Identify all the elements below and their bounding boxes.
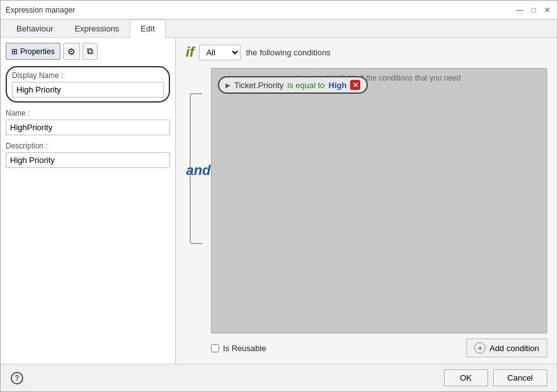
conditions-area: Insert in this field all the conditions …	[211, 68, 547, 333]
maximize-button[interactable]: □	[528, 5, 538, 15]
copy-button[interactable]: ⧉	[83, 43, 98, 60]
following-text: the following conditions	[246, 48, 330, 57]
titlebar: Expression manager — □ ✕	[1, 1, 557, 20]
condition-row: ▶ Ticket.Priority is equal to High ✕	[218, 76, 368, 94]
left-panel: ⊞ Properties ⚙ ⧉ Display Name : Name : D…	[1, 38, 176, 364]
add-condition-button[interactable]: + Add condition	[466, 339, 547, 357]
name-input[interactable]	[6, 120, 170, 135]
display-name-input[interactable]	[12, 82, 164, 98]
titlebar-controls: — □ ✕	[515, 5, 552, 15]
display-name-group: Display Name :	[6, 66, 170, 103]
properties-label: Properties	[20, 47, 55, 56]
add-condition-label: Add condition	[489, 344, 539, 353]
tab-expressions[interactable]: Expressions	[64, 20, 130, 37]
display-name-label: Display Name :	[12, 71, 164, 80]
cancel-button[interactable]: Cancel	[493, 369, 547, 386]
tab-edit[interactable]: Edit	[130, 20, 165, 38]
remove-condition-button[interactable]: ✕	[350, 80, 360, 90]
window-title: Expression manager	[6, 6, 75, 14]
description-input[interactable]	[6, 152, 170, 168]
footer: ? OK Cancel	[1, 364, 557, 391]
close-button[interactable]: ✕	[542, 5, 552, 15]
and-label: and	[186, 162, 210, 179]
if-label: if	[186, 44, 194, 60]
left-toolbar: ⊞ Properties ⚙ ⧉	[6, 43, 170, 60]
add-condition-icon: +	[474, 342, 486, 354]
footer-buttons: OK Cancel	[444, 369, 547, 386]
name-group: Name :	[6, 109, 170, 135]
is-reusable-label: Is Reusable	[211, 344, 266, 353]
if-row: if All Any None the following conditions	[186, 44, 547, 60]
name-label: Name :	[6, 109, 170, 118]
properties-button[interactable]: ⊞ Properties	[6, 43, 60, 60]
is-reusable-checkbox[interactable]	[211, 344, 219, 352]
bracket-area: and	[186, 68, 211, 357]
ok-button[interactable]: OK	[444, 369, 488, 386]
table-icon: ⊞	[11, 47, 18, 56]
all-select[interactable]: All Any None	[199, 45, 241, 60]
tab-behaviour[interactable]: Behaviour	[6, 20, 64, 37]
tab-bar: Behaviour Expressions Edit	[1, 20, 557, 38]
condition-value: High	[329, 81, 347, 90]
condition-operator: is equal to	[287, 81, 324, 90]
content-area: ⊞ Properties ⚙ ⧉ Display Name : Name : D…	[1, 38, 557, 364]
description-label: Description :	[6, 142, 170, 150]
right-panel: if All Any None the following conditions…	[176, 38, 557, 364]
expand-icon[interactable]: ▶	[225, 82, 231, 89]
gear-button[interactable]: ⚙	[63, 43, 80, 60]
bottom-bar: Is Reusable + Add condition	[211, 333, 547, 357]
minimize-button[interactable]: —	[515, 5, 525, 15]
help-icon[interactable]: ?	[11, 372, 23, 384]
conditions-column: Insert in this field all the conditions …	[211, 68, 547, 357]
description-group: Description :	[6, 142, 170, 168]
is-reusable-text: Is Reusable	[223, 344, 266, 353]
conditions-wrapper: and Insert in this field all the conditi…	[186, 68, 547, 357]
condition-field: Ticket.Priority	[234, 81, 283, 90]
main-window: Expression manager — □ ✕ Behaviour Expre…	[0, 0, 558, 392]
